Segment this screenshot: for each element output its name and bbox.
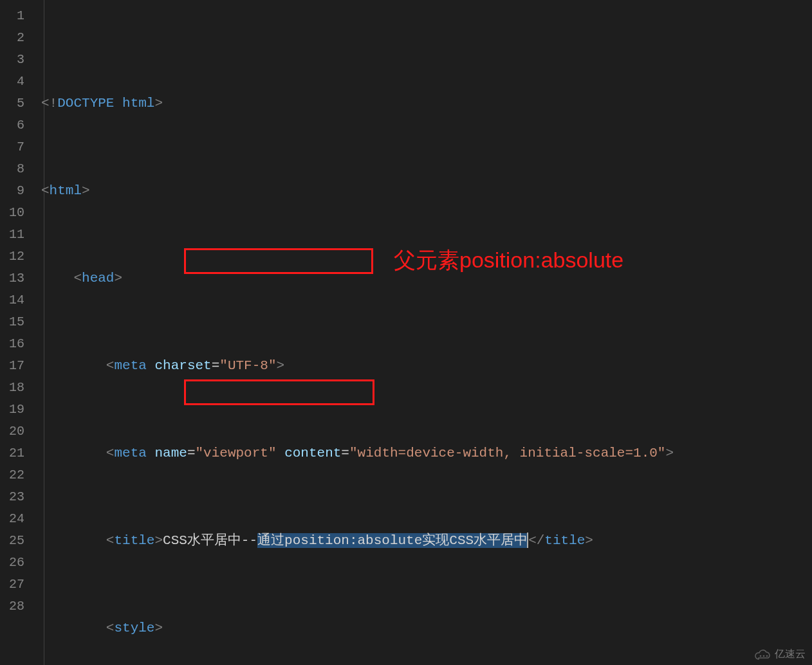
line-number: 16	[0, 333, 24, 355]
code-editor[interactable]: 1 2 3 4 5 6 7 8 9 10 11 12 13 14 15 16 1…	[0, 0, 812, 665]
code-line[interactable]: <head>	[41, 268, 812, 289]
line-number: 25	[0, 530, 24, 552]
line-number: 15	[0, 311, 24, 333]
line-number: 2	[0, 27, 24, 49]
line-number: 14	[0, 289, 24, 311]
line-number: 9	[0, 180, 24, 202]
line-number-gutter: 1 2 3 4 5 6 7 8 9 10 11 12 13 14 15 16 1…	[0, 0, 36, 665]
code-line[interactable]: <meta name="viewport" content="width=dev…	[41, 442, 812, 464]
line-number: 22	[0, 464, 24, 486]
line-number: 4	[0, 71, 24, 93]
line-number: 26	[0, 552, 24, 574]
line-number: 5	[0, 93, 24, 114]
line-number: 17	[0, 355, 24, 377]
watermark-text: 亿速云	[775, 648, 806, 661]
line-number: 8	[0, 158, 24, 180]
line-number: 18	[0, 377, 24, 399]
code-line[interactable]: <style>	[41, 617, 812, 639]
line-number: 28	[0, 596, 24, 617]
svg-point-1	[763, 655, 765, 657]
line-number: 7	[0, 136, 24, 158]
line-number: 27	[0, 574, 24, 596]
selected-text[interactable]: 通过position:absolute实现CSS水平居中	[257, 533, 528, 548]
code-line[interactable]: <meta charset="UTF-8">	[41, 355, 812, 377]
line-number: 12	[0, 246, 24, 268]
line-number: 10	[0, 202, 24, 224]
line-number: 6	[0, 114, 24, 136]
svg-point-2	[766, 655, 768, 657]
line-number: 23	[0, 486, 24, 508]
watermark: 亿速云	[754, 648, 806, 661]
line-number: 3	[0, 49, 24, 71]
line-number: 19	[0, 399, 24, 421]
line-number: 11	[0, 224, 24, 246]
code-line[interactable]: <html>	[41, 180, 812, 202]
line-number: 21	[0, 442, 24, 464]
code-line[interactable]: <!DOCTYPE html>	[41, 93, 812, 114]
line-number: 1	[0, 5, 24, 27]
line-number: 13	[0, 268, 24, 289]
line-number: 24	[0, 508, 24, 530]
line-number: 20	[0, 421, 24, 442]
svg-point-0	[760, 655, 762, 657]
cloud-icon	[754, 649, 772, 660]
code-area[interactable]: <!DOCTYPE html> <html> <head> <meta char…	[36, 0, 812, 665]
code-line[interactable]: <title>CSS水平居中--通过position:absolute实现CSS…	[41, 530, 812, 552]
